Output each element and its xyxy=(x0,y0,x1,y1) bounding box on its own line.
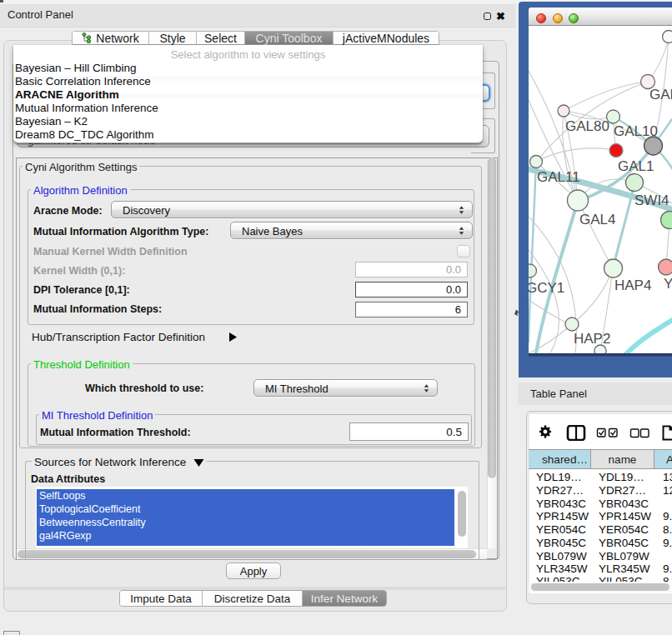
svg-text:GAL7: GAL7 xyxy=(649,87,672,102)
svg-text:GAL10: GAL10 xyxy=(614,123,658,139)
svg-text:GAL80: GAL80 xyxy=(565,118,609,134)
svg-text:GAL4: GAL4 xyxy=(579,212,615,228)
svg-text:GAL1: GAL1 xyxy=(618,158,654,174)
svg-text:HAP2: HAP2 xyxy=(574,331,610,347)
svg-text:SWI4: SWI4 xyxy=(634,192,669,208)
svg-text:GAL11: GAL11 xyxy=(537,169,580,185)
svg-text:GCY1: GCY1 xyxy=(529,280,564,296)
svg-text:HAP4: HAP4 xyxy=(614,278,651,293)
svg-text:YP: YP xyxy=(664,276,672,292)
